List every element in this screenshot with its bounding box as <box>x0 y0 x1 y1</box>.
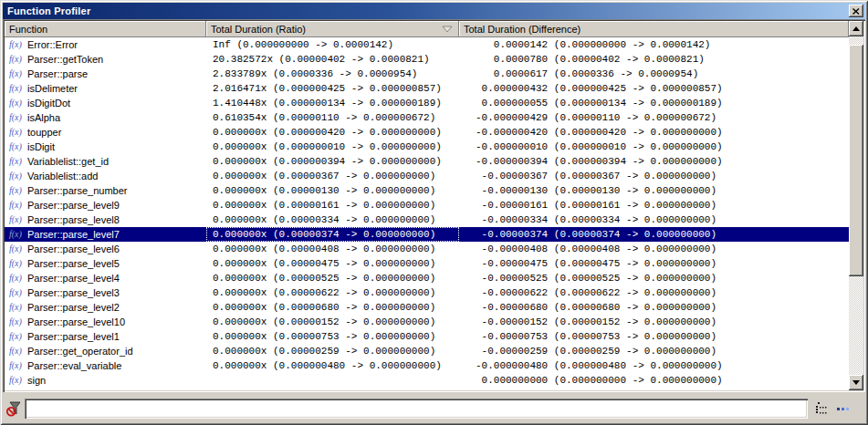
difference-cell: -0.00000367 (0.00000367 -> 0.000000000) <box>459 169 849 183</box>
function-cell: f(x)Parser::parse_level6 <box>5 242 206 256</box>
function-name: isDigit <box>27 141 55 152</box>
function-fx-icon: f(x) <box>9 67 27 81</box>
table-row[interactable]: f(x)Parser::parse_level60.000000x (0.000… <box>5 242 849 256</box>
scroll-down-icon <box>852 380 860 385</box>
table-row[interactable]: f(x)Parser::parse_number0.000000x (0.000… <box>5 183 849 198</box>
close-button[interactable] <box>849 5 863 17</box>
titlebar[interactable]: Function Profiler <box>3 3 865 19</box>
table-row[interactable]: f(x)isDelimeter2.016471x (0.000000425 ->… <box>5 81 849 96</box>
difference-cell: 0.000000000 (0.000000000 -> 0.000000000) <box>459 388 849 390</box>
function-cell: f(x)Parser::get_operator_id <box>5 344 206 358</box>
table-row[interactable]: f(x)Parser::parse_level90.000000x (0.000… <box>5 198 849 212</box>
function-cell: f(x)Parser::parse_level10 <box>5 315 206 329</box>
table-row[interactable]: f(x)sign 0.000000000 (0.000000000 -> 0.0… <box>5 373 849 388</box>
table-row[interactable]: f(x)Parser::parse_level100.000000x (0.00… <box>5 315 849 329</box>
tree-view-button[interactable] <box>815 401 829 416</box>
difference-cell: -0.000000420 (0.000000420 -> 0.000000000… <box>459 125 849 140</box>
table-row[interactable]: f(x)Error::ErrorInf (0.000000000 -> 0.00… <box>5 37 849 52</box>
column-header-function[interactable]: Function <box>5 21 206 37</box>
column-header-difference[interactable]: Total Duration (Difference) <box>459 21 849 37</box>
table-header: Function Total Duration (Ratio) Total Du… <box>5 21 849 37</box>
function-name: main <box>27 389 49 390</box>
table-row[interactable]: f(x)Parser::parse_level20.000000x (0.000… <box>5 300 849 315</box>
difference-cell: 0.000000432 (0.000000425 -> 0.000000857) <box>459 81 849 96</box>
function-name: toupper <box>27 127 61 138</box>
more-button[interactable] <box>836 406 851 411</box>
table-row[interactable]: f(x)Variablelist::add0.000000x (0.000003… <box>5 169 849 183</box>
difference-cell: -0.000000010 (0.000000010 -> 0.000000000… <box>459 140 849 154</box>
ratio-cell: 0.610354x (0.00000110 -> 0.000000672) <box>206 110 459 125</box>
table-row[interactable]: f(x)isAlpha0.610354x (0.00000110 -> 0.00… <box>5 110 849 125</box>
ratio-cell: 0.000000x (0.00000680 -> 0.000000000) <box>206 300 459 315</box>
ratio-cell: 0.000000x (0.000000480 -> 0.000000000) <box>206 358 459 373</box>
filter-input[interactable] <box>25 399 808 419</box>
function-fx-icon: f(x) <box>9 81 27 96</box>
function-cell: f(x)isDigitDot <box>5 96 206 110</box>
table-row[interactable]: f(x)isDigitDot1.410448x (0.000000134 -> … <box>5 96 849 110</box>
function-fx-icon: f(x) <box>9 315 27 329</box>
scroll-down-button[interactable] <box>849 375 863 390</box>
ratio-cell: 0.000000x (0.00000161 -> 0.000000000) <box>206 198 459 212</box>
table-row[interactable]: f(x)Parser::parse2.833789x (0.0000336 ->… <box>5 67 849 81</box>
function-profiler-window: Function Profiler Function Total Duratio… <box>0 0 868 425</box>
vertical-scrollbar[interactable] <box>849 21 863 390</box>
ratio-cell: 20.382572x (0.00000402 -> 0.0000821) <box>206 52 459 67</box>
function-fx-icon: f(x) <box>9 300 27 315</box>
table-row[interactable]: f(x)Parser::eval_variable0.000000x (0.00… <box>5 358 849 373</box>
function-fx-icon: f(x) <box>9 183 27 198</box>
table-body: f(x)Error::ErrorInf (0.000000000 -> 0.00… <box>5 37 849 390</box>
ratio-cell: 0.000000x (0.000000010 -> 0.000000000) <box>206 140 459 154</box>
function-table: Function Total Duration (Ratio) Total Du… <box>3 19 865 392</box>
scrollbar-thumb[interactable] <box>849 45 863 276</box>
table-row[interactable]: f(x)main 0.000000000 (0.000000000 -> 0.0… <box>5 388 849 390</box>
difference-cell: 0.000000000 (0.000000000 -> 0.000000000) <box>459 373 849 388</box>
function-cell: f(x)Parser::parse_number <box>5 183 206 198</box>
function-fx-icon: f(x) <box>9 140 27 154</box>
function-name: sign <box>27 375 46 386</box>
difference-cell: -0.000000429 (0.00000110 -> 0.000000672) <box>459 110 849 125</box>
table-row[interactable]: f(x)Parser::parse_level80.000000x (0.000… <box>5 212 849 227</box>
ratio-cell <box>206 388 459 390</box>
table-row[interactable]: f(x)Parser::parse_level40.000000x (0.000… <box>5 271 849 285</box>
difference-cell: 0.0000780 (0.00000402 -> 0.0000821) <box>459 52 849 67</box>
table-row[interactable]: f(x)Parser::get_operator_id0.000000x (0.… <box>5 344 849 358</box>
difference-cell: -0.00000753 (0.00000753 -> 0.000000000) <box>459 329 849 344</box>
table-row[interactable]: f(x)Parser::getToken20.382572x (0.000004… <box>5 52 849 67</box>
table-row[interactable]: f(x)Parser::parse_level30.000000x (0.000… <box>5 285 849 300</box>
ratio-cell: 0.000000x (0.00000259 -> 0.000000000) <box>206 344 459 358</box>
difference-cell: -0.00000622 (0.00000622 -> 0.000000000) <box>459 285 849 300</box>
ratio-cell: 0.000000x (0.00000334 -> 0.000000000) <box>206 212 459 227</box>
filter-toggle-button[interactable] <box>3 399 25 419</box>
function-name: Parser::eval_variable <box>27 360 121 371</box>
function-cell: f(x)isDelimeter <box>5 81 206 96</box>
tree-dots-icon <box>815 401 829 416</box>
function-fx-icon: f(x) <box>9 388 27 390</box>
ratio-cell: 0.000000x (0.00000622 -> 0.000000000) <box>206 285 459 300</box>
table-row[interactable]: f(x)Variablelist::get_id0.000000x (0.000… <box>5 154 849 169</box>
difference-cell: -0.00000161 (0.00000161 -> 0.000000000) <box>459 198 849 212</box>
table-row[interactable]: f(x)isDigit0.000000x (0.000000010 -> 0.0… <box>5 140 849 154</box>
function-cell: f(x)Variablelist::get_id <box>5 154 206 169</box>
ratio-cell: 0.000000x (0.000000420 -> 0.000000000) <box>206 125 459 140</box>
table-row[interactable]: f(x)Parser::parse_level70.000000x (0.000… <box>5 227 849 242</box>
function-cell: f(x)main <box>5 388 206 390</box>
function-name: Parser::parse_level3 <box>27 287 120 298</box>
function-fx-icon: f(x) <box>9 96 27 110</box>
function-fx-icon: f(x) <box>9 285 27 300</box>
function-cell: f(x)Parser::parse_level3 <box>5 285 206 300</box>
table-row[interactable]: f(x)Parser::parse_level50.000000x (0.000… <box>5 256 849 271</box>
ratio-cell: 0.000000x (0.00000152 -> 0.000000000) <box>206 315 459 329</box>
scroll-up-button[interactable] <box>849 21 863 36</box>
difference-cell: 0.0000617 (0.0000336 -> 0.0000954) <box>459 67 849 81</box>
table-row[interactable]: f(x)Parser::parse_level10.000000x (0.000… <box>5 329 849 344</box>
ratio-cell: Inf (0.000000000 -> 0.0000142) <box>206 37 459 52</box>
function-name: isAlpha <box>27 112 60 123</box>
function-fx-icon: f(x) <box>9 169 27 183</box>
sort-descending-icon <box>442 26 453 33</box>
function-cell: f(x)Parser::parse <box>5 67 206 81</box>
column-header-ratio[interactable]: Total Duration (Ratio) <box>206 21 459 37</box>
ratio-cell: 0.000000x (0.000000394 -> 0.000000000) <box>206 154 459 169</box>
function-name: Parser::parse <box>27 68 88 79</box>
function-fx-icon: f(x) <box>9 110 27 125</box>
table-row[interactable]: f(x)toupper0.000000x (0.000000420 -> 0.0… <box>5 125 849 140</box>
